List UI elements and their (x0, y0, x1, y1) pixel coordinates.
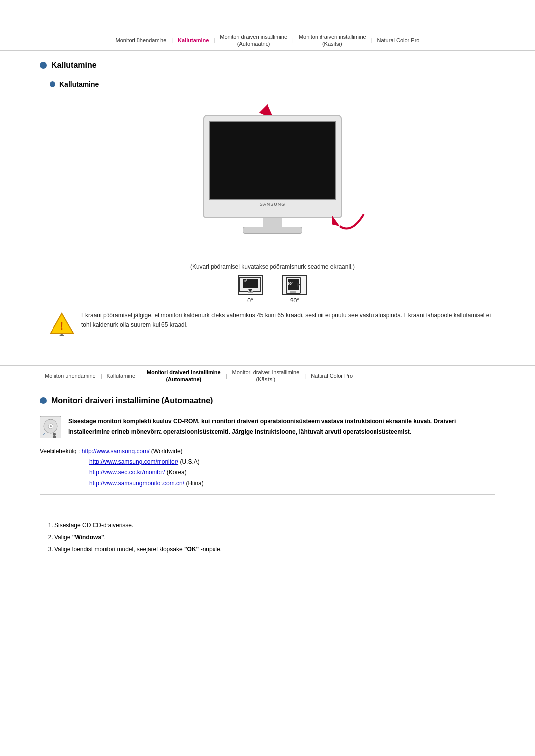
instruction-text: Sisestage monitori komplekti kuuluv CD-R… (68, 416, 495, 437)
section2-title-text: Monitori draiveri installimine (Automaat… (52, 396, 213, 405)
monitor-image: SAMSUNG (203, 115, 342, 234)
website-suffix-hiina: (Hiina) (186, 480, 203, 487)
website-link-worldwide[interactable]: http://www.samsung.com/ (82, 448, 150, 454)
svg-text:✓: ✓ (43, 432, 46, 436)
bottom-nav-draiveri-kasitsi[interactable]: Monitori draiveri installimine (Käsitsi) (227, 369, 305, 383)
bottom-nav-uhendamine[interactable]: Monitori ühendamine (40, 372, 101, 379)
step-2: Valige "Windows". (54, 531, 495, 543)
rotation-0-wrap: 0° 0° (238, 275, 263, 304)
degree-90-label: 90° (290, 297, 299, 304)
nav-item-uhendamine[interactable]: Monitori ühendamine (111, 37, 172, 44)
step-3-text: Valige loendist monitori mudel, seejärel… (54, 546, 222, 553)
section-kallutamine: Kallutamine Kallutamine (0, 51, 535, 355)
website-info: Veebilehekülg : http://www.samsung.com/ … (40, 446, 495, 494)
rotation-0-box: 0° (238, 275, 263, 295)
svg-point-21 (53, 433, 56, 436)
steps-list: Sisestage CD CD-draiverisse. Valige "Win… (54, 519, 495, 555)
warning-icon: ! (50, 311, 74, 336)
svg-rect-9 (290, 291, 296, 293)
top-navigation: Monitori ühendamine | Kallutamine | Moni… (0, 30, 535, 51)
rotation-caption: (Kuvari pööramisel kuvatakse pööramisnur… (50, 263, 495, 270)
instruction-box: ✓ Sisestage monitori komplekti kuuluv CD… (40, 416, 495, 438)
svg-text:90°: 90° (288, 282, 293, 285)
section2-title-main: Monitori draiveri installimine (Automaat… (40, 396, 495, 408)
degree-0-label: 0° (247, 297, 253, 304)
step-2-text: Valige "Windows". (54, 534, 106, 541)
cd-rom-icon: ✓ (40, 416, 61, 438)
nav-item-draiveri-auto[interactable]: Monitori draiveri installimine (Automaat… (215, 33, 292, 48)
sub-section-title: Kallutamine (50, 80, 495, 88)
monitor-screen (209, 121, 336, 200)
monitor-base (243, 227, 302, 234)
step-1-text: Sisestage CD CD-draiverisse. (54, 522, 133, 529)
step-1: Sisestage CD CD-draiverisse. (54, 519, 495, 531)
svg-point-14 (59, 334, 64, 336)
svg-rect-22 (53, 436, 56, 438)
website-link-korea[interactable]: http://www.sec.co.kr/monitor/ (89, 469, 165, 476)
sub-bullet (50, 81, 55, 87)
rotation-90-box: 90° (282, 275, 307, 295)
svg-text:!: ! (60, 320, 63, 332)
rotation-90-wrap: 90° 90° (282, 275, 307, 304)
website-suffix-worldwide: (Worldwide) (151, 448, 183, 454)
warning-text: Ekraani pööramisel jälgige, et monitori … (81, 311, 495, 330)
nav-item-natural-color[interactable]: Natural Color Pro (372, 37, 424, 44)
step-3: Valige loendist monitori mudel, seejärel… (54, 543, 495, 555)
section2-content: ✓ Sisestage monitori komplekti kuuluv CD… (40, 416, 495, 494)
steps-section: Sisestage CD CD-draiverisse. Valige "Win… (0, 504, 535, 570)
website-label: Veebilehekülg : (40, 448, 80, 454)
monitor-brand: SAMSUNG (209, 202, 336, 207)
nav-item-draiveri-kasitsi[interactable]: Monitori draiveri installimine (Käsitsi) (294, 33, 371, 48)
bottom-nav-kallutamine[interactable]: Kallutamine (102, 372, 140, 379)
bottom-nav-natural-color[interactable]: Natural Color Pro (306, 372, 358, 379)
svg-text:0°: 0° (244, 279, 247, 283)
website-links-list: http://www.samsung.com/monitor/ (U.S.A) … (89, 457, 495, 489)
bottom-navigation: Monitori ühendamine | Kallutamine | Moni… (0, 365, 535, 387)
monitor-illustration: SAMSUNG (50, 95, 495, 253)
website-link-usa[interactable]: http://www.samsung.com/monitor/ (89, 458, 178, 465)
section2-bullet (40, 397, 47, 404)
warning-section: ! Ekraani pööramisel jälgige, et monitor… (50, 311, 495, 336)
sub-section-title-text: Kallutamine (59, 80, 99, 88)
bottom-nav-draiveri-auto[interactable]: Monitori draiveri installimine (Automaat… (142, 369, 226, 383)
svg-point-19 (50, 425, 52, 427)
rotation-icons-container: 0° 0° 90° (50, 275, 495, 304)
website-suffix-korea: (Korea) (167, 469, 187, 476)
arrow-bottom (332, 202, 372, 244)
sub-section-kallutamine: Kallutamine SAMSUNG (50, 80, 495, 336)
section-title-text: Kallutamine (52, 61, 97, 70)
website-link-hiina[interactable]: http://www.samsungmonitor.com.cn/ (89, 480, 184, 487)
section-draiveri: Monitori draiveri installimine (Automaat… (0, 396, 535, 504)
section-bullet (40, 62, 47, 69)
monitor-neck (263, 218, 282, 227)
website-suffix-usa: (U.S.A) (180, 458, 199, 465)
nav-item-kallutamine[interactable]: Kallutamine (173, 37, 214, 44)
section-title-main: Kallutamine (40, 61, 495, 73)
